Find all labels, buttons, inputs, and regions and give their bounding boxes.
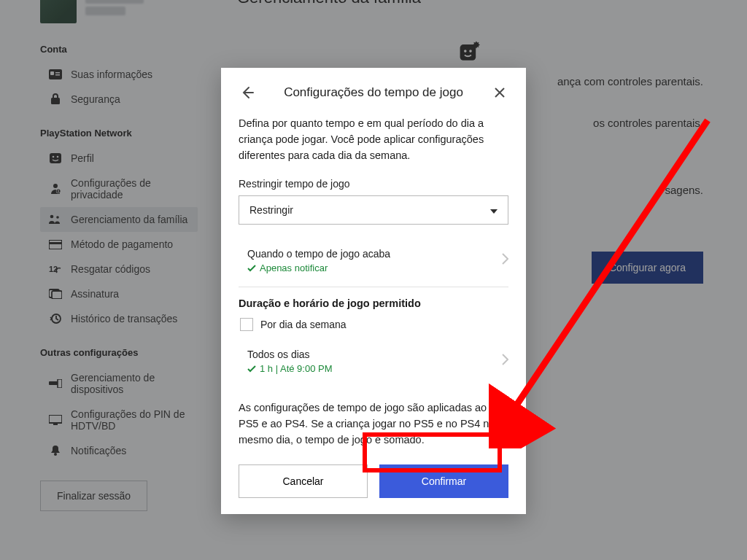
- timeout-row[interactable]: Quando o tempo de jogo acaba Apenas noti…: [239, 244, 508, 284]
- close-button[interactable]: [491, 84, 508, 101]
- chevron-right-icon: [502, 253, 508, 268]
- divider: [239, 287, 508, 287]
- checkbox-unchecked: [240, 318, 253, 331]
- modal-footnote: As configurações de tempo de jogo são ap…: [239, 400, 508, 448]
- restrict-label: Restringir tempo de jogo: [239, 178, 508, 190]
- modal-description: Defina por quanto tempo e em qual períod…: [239, 116, 508, 163]
- timeout-value: Apenas notificar: [260, 262, 328, 273]
- all-days-row[interactable]: Todos os dias 1 h | Até 9:00 PM: [239, 344, 508, 384]
- check-icon: [247, 265, 256, 272]
- check-icon: [247, 365, 256, 373]
- all-days-title: Todos os dias: [247, 349, 333, 360]
- back-button[interactable]: [239, 84, 256, 101]
- cancel-button[interactable]: Cancelar: [239, 464, 368, 498]
- chevron-right-icon: [502, 354, 508, 369]
- caret-down-icon: [490, 204, 498, 216]
- all-days-value: 1 h | Até 9:00 PM: [260, 363, 333, 374]
- modal-title: Configurações do tempo de jogo: [256, 85, 491, 100]
- playtime-settings-modal: Configurações do tempo de jogo Defina po…: [221, 68, 526, 514]
- per-day-label: Por dia da semana: [260, 319, 347, 330]
- duration-heading: Duração e horário de jogo permitido: [239, 298, 508, 309]
- confirm-button[interactable]: Confirmar: [379, 464, 508, 498]
- timeout-title: Quando o tempo de jogo acaba: [247, 248, 390, 260]
- restrict-value: Restringir: [249, 204, 293, 216]
- restrict-select[interactable]: Restringir: [239, 195, 508, 225]
- per-day-checkbox-row[interactable]: Por dia da semana: [239, 318, 508, 331]
